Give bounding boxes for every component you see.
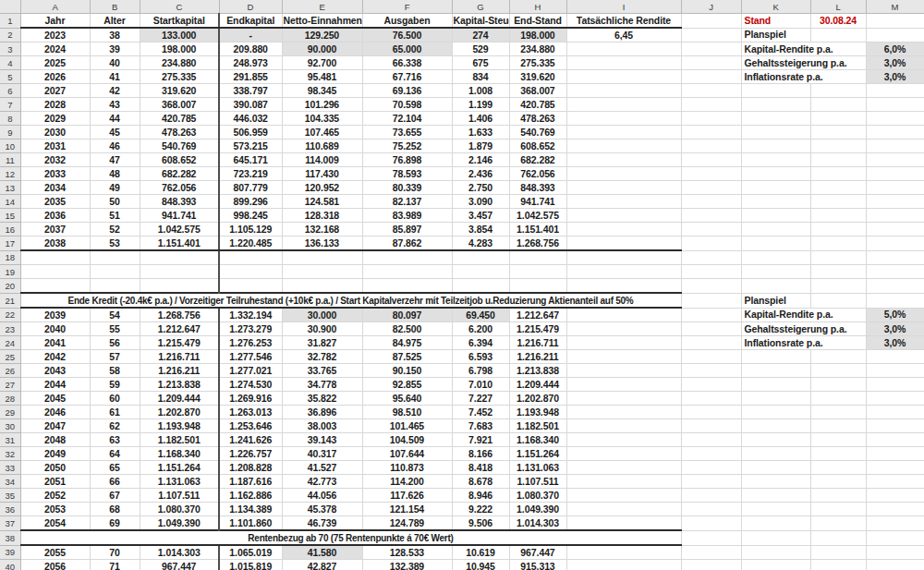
cell-J37[interactable] (681, 516, 741, 531)
cell-K29[interactable] (741, 406, 810, 419)
cell-G31[interactable]: 7.921 (452, 433, 509, 447)
cell-J2[interactable] (681, 28, 741, 42)
cell-J4[interactable] (681, 56, 741, 70)
cell-C9[interactable]: 478.263 (140, 126, 219, 139)
row-header-4[interactable]: 4 (0, 56, 20, 70)
row-header-18[interactable]: 18 (0, 250, 20, 265)
cell-E5[interactable]: 95.481 (282, 70, 362, 84)
cell-C3[interactable]: 198.000 (140, 42, 219, 56)
cell-D35[interactable]: 1.162.886 (219, 489, 282, 503)
cell-J14[interactable] (681, 195, 741, 209)
cell-K33[interactable] (741, 461, 810, 475)
cell-M12[interactable] (866, 167, 924, 181)
cell-E15[interactable]: 128.318 (282, 209, 362, 223)
cell-I11[interactable] (566, 153, 681, 167)
stand-date-cell[interactable]: 30.08.24 (810, 14, 866, 29)
cell-C15[interactable]: 941.741 (140, 209, 219, 223)
cell-E13[interactable]: 120.952 (282, 181, 362, 195)
cell-I22[interactable] (566, 308, 681, 322)
cell-A17[interactable]: 2038 (20, 236, 90, 251)
cell-G30[interactable]: 7.683 (452, 419, 509, 433)
cell-M29[interactable] (866, 406, 924, 419)
row-header-7[interactable]: 7 (0, 98, 20, 112)
cell-E23[interactable]: 30.900 (282, 322, 362, 336)
cell-E37[interactable]: 46.739 (282, 516, 362, 531)
cell-H10[interactable]: 608.652 (509, 139, 566, 153)
cell-A16[interactable]: 2037 (20, 223, 90, 236)
cell-E28[interactable]: 35.822 (282, 392, 362, 406)
cell-H18[interactable] (509, 250, 566, 265)
cell-H30[interactable]: 1.182.501 (509, 419, 566, 433)
cell-F23[interactable]: 82.500 (362, 322, 452, 336)
column-header-F[interactable]: F (362, 0, 452, 14)
cell-A2[interactable]: 2023 (20, 28, 90, 42)
cell-F9[interactable]: 73.655 (362, 126, 452, 139)
cell-C10[interactable]: 540.769 (140, 139, 219, 153)
cell-F3[interactable]: 65.000 (362, 42, 452, 56)
cell-B17[interactable]: 53 (90, 236, 140, 251)
cell-L25[interactable] (810, 350, 866, 364)
cell-A7[interactable]: 2028 (20, 98, 90, 112)
cell-F10[interactable]: 75.252 (362, 139, 452, 153)
cell-D32[interactable]: 1.226.757 (219, 447, 282, 461)
cell-F40[interactable]: 132.389 (362, 560, 452, 570)
cell-A27[interactable]: 2044 (20, 378, 90, 392)
cell-J20[interactable] (681, 279, 741, 294)
cell-A9[interactable]: 2030 (20, 126, 90, 139)
cell-J18[interactable] (681, 250, 741, 265)
cell-K19[interactable] (741, 265, 810, 279)
cell-D7[interactable]: 390.087 (219, 98, 282, 112)
cell-A3[interactable]: 2024 (20, 42, 90, 56)
row-header-11[interactable]: 11 (0, 153, 20, 167)
cell-J1[interactable] (681, 14, 741, 29)
cell-E32[interactable]: 40.317 (282, 447, 362, 461)
cell-L19[interactable] (810, 265, 866, 279)
cell-G33[interactable]: 8.418 (452, 461, 509, 475)
cell-L32[interactable] (810, 447, 866, 461)
cell-F13[interactable]: 80.339 (362, 181, 452, 195)
cell-G13[interactable]: 2.750 (452, 181, 509, 195)
cell-E8[interactable]: 104.335 (282, 112, 362, 126)
cell-C29[interactable]: 1.202.870 (140, 406, 219, 419)
cell-G29[interactable]: 7.452 (452, 406, 509, 419)
cell-M11[interactable] (866, 153, 924, 167)
cell-F14[interactable]: 82.137 (362, 195, 452, 209)
cell-I3[interactable] (566, 42, 681, 56)
cell-D1[interactable]: Endkapital (219, 14, 282, 29)
cell-E25[interactable]: 32.782 (282, 350, 362, 364)
section-header-row-21[interactable]: Ende Kredit (-20.4k€ p.a.) / Vorzeitiger… (20, 293, 681, 308)
cell-I29[interactable] (566, 406, 681, 419)
cell-H32[interactable]: 1.151.264 (509, 447, 566, 461)
cell-D29[interactable]: 1.263.013 (219, 406, 282, 419)
cell-E27[interactable]: 34.778 (282, 378, 362, 392)
cell-G24[interactable]: 6.394 (452, 336, 509, 350)
cell-D14[interactable]: 899.296 (219, 195, 282, 209)
cell-K3[interactable]: Kapital-Rendite p.a. (741, 42, 866, 56)
cell-J36[interactable] (681, 503, 741, 516)
cell-H5[interactable]: 319.620 (509, 70, 566, 84)
cell-G16[interactable]: 3.854 (452, 223, 509, 236)
row-header-16[interactable]: 16 (0, 223, 20, 236)
cell-J35[interactable] (681, 489, 741, 503)
cell-C11[interactable]: 608.652 (140, 153, 219, 167)
cell-J19[interactable] (681, 265, 741, 279)
cell-F18[interactable] (362, 250, 452, 265)
cell-A13[interactable]: 2034 (20, 181, 90, 195)
cell-K32[interactable] (741, 447, 810, 461)
cell-F11[interactable]: 76.898 (362, 153, 452, 167)
cell-D34[interactable]: 1.187.616 (219, 475, 282, 489)
cell-G9[interactable]: 1.633 (452, 126, 509, 139)
cell-D22[interactable]: 1.332.194 (219, 308, 282, 322)
cell-I6[interactable] (566, 84, 681, 98)
row-header-38[interactable]: 38 (0, 530, 20, 545)
cell-M39[interactable] (866, 545, 924, 560)
cell-F19[interactable] (362, 265, 452, 279)
cell-L8[interactable] (810, 112, 866, 126)
cell-K39[interactable] (741, 545, 810, 560)
cell-C2[interactable]: 133.000 (140, 28, 219, 42)
cell-A22[interactable]: 2039 (20, 308, 90, 322)
cell-K40[interactable] (741, 560, 810, 570)
cell-H11[interactable]: 682.282 (509, 153, 566, 167)
cell-A19[interactable] (20, 265, 90, 279)
cell-B37[interactable]: 69 (90, 516, 140, 531)
